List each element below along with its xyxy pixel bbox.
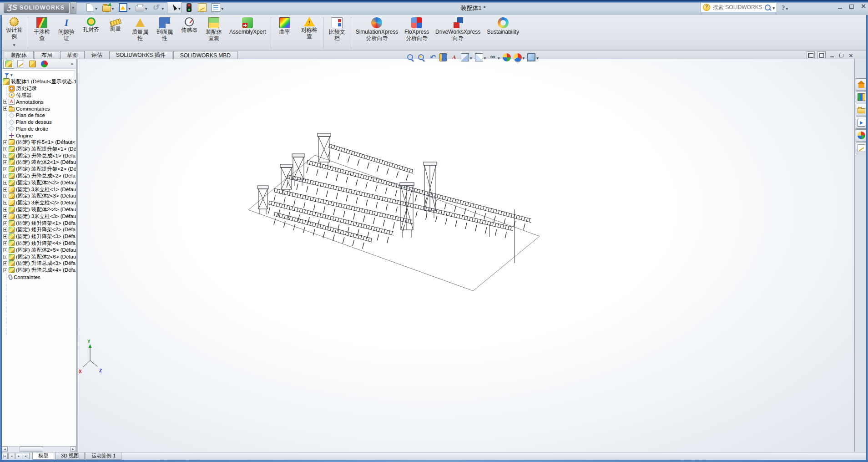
- tree-item[interactable]: Origine: [2, 132, 76, 139]
- new-document-button[interactable]: [84, 2, 99, 13]
- tower[interactable]: [400, 183, 414, 238]
- tab-assembly[interactable]: 装配体: [4, 51, 34, 59]
- expand-icon[interactable]: [3, 248, 7, 252]
- propertymanager-tab[interactable]: [15, 60, 26, 69]
- graphics-viewport[interactable]: Y X Z: [78, 59, 854, 452]
- apply-scene-button[interactable]: [514, 53, 525, 61]
- zoom-to-fit-button[interactable]: [406, 53, 414, 61]
- dropdown-caret-icon[interactable]: [178, 4, 181, 12]
- tab-layout[interactable]: 布局: [35, 51, 59, 59]
- custom-properties-tab[interactable]: [856, 142, 867, 154]
- section-view-button[interactable]: [439, 53, 447, 61]
- tree-item[interactable]: (固定) 装配体2<3> (Défau: [2, 193, 76, 200]
- design-library-tab[interactable]: [856, 91, 867, 103]
- tree-item[interactable]: (固定) 矮升降架<2> (Défa: [2, 227, 76, 234]
- dropdown-caret-icon[interactable]: [498, 53, 500, 61]
- truss-row[interactable]: [274, 188, 413, 230]
- motion-study-tab[interactable]: 运动算例 1: [86, 452, 121, 460]
- tower[interactable]: [424, 162, 437, 218]
- next-tab-icon[interactable]: [15, 453, 22, 459]
- annotation-view-button[interactable]: [450, 53, 458, 61]
- tower[interactable]: [318, 133, 331, 168]
- previous-view-button[interactable]: [428, 53, 436, 61]
- previous-tab-icon[interactable]: [8, 453, 15, 459]
- tab-solidworks-mbd[interactable]: SOLIDWORKS MBD: [173, 51, 237, 59]
- tree-item[interactable]: (固定) 装配体2<2> (Défau: [2, 179, 76, 186]
- scroll-left-icon[interactable]: [2, 447, 8, 452]
- tree-item[interactable]: Commentaires: [2, 105, 76, 112]
- options-button[interactable]: [210, 2, 225, 13]
- view-palette-tab[interactable]: [856, 117, 867, 129]
- tree-item[interactable]: (固定) 零件5<1> (Défaut<: [2, 139, 76, 146]
- interference-check-button[interactable]: 干涉检 查: [30, 15, 54, 51]
- measure-button[interactable]: 测量: [103, 15, 128, 51]
- expand-icon[interactable]: [3, 154, 7, 158]
- tree-horizontal-scrollbar[interactable]: [2, 446, 76, 452]
- truss-row[interactable]: [307, 160, 531, 228]
- displaymanager-tab[interactable]: [39, 60, 50, 69]
- tower[interactable]: [257, 186, 268, 214]
- expand-icon[interactable]: [3, 268, 7, 272]
- dropdown-caret-icon[interactable]: [161, 4, 164, 12]
- design-study-button[interactable]: 设计算 例: [2, 15, 26, 51]
- tree-item[interactable]: (固定) 装配提升架<1> (Dé: [2, 146, 76, 152]
- dropdown-caret-icon[interactable]: [221, 4, 223, 12]
- truss-row[interactable]: [274, 212, 372, 248]
- feature-tree-root[interactable]: 装配体1 (Défaut<显示状态-1: [2, 78, 76, 85]
- sustainability-button[interactable]: Sustainability: [484, 15, 522, 51]
- expand-icon[interactable]: [3, 147, 7, 151]
- expand-icon[interactable]: [3, 174, 7, 178]
- expand-icon[interactable]: [3, 228, 7, 232]
- tree-item[interactable]: (固定) 升降总成<1> (Défa: [2, 152, 76, 159]
- mass-properties-button[interactable]: 质量属 性: [128, 15, 152, 51]
- expand-icon[interactable]: [3, 208, 7, 212]
- convert-warning-button[interactable]: [117, 2, 132, 13]
- clearance-verification-button[interactable]: 间隙验 证: [54, 15, 79, 51]
- dropdown-caret-icon[interactable]: [13, 40, 15, 48]
- featuremanager-tab[interactable]: [3, 60, 14, 69]
- expand-icon[interactable]: [3, 160, 7, 164]
- doc-close-button[interactable]: [848, 52, 854, 59]
- doc-minimize-button[interactable]: [828, 52, 835, 59]
- dropdown-caret-icon[interactable]: [145, 4, 147, 12]
- tab-evaluate[interactable]: 评估: [86, 51, 108, 59]
- tree-item[interactable]: (固定) 升降总成<3> (Défa: [2, 260, 76, 267]
- panel-overflow-chevron-icon[interactable]: [71, 61, 74, 66]
- tree-item[interactable]: (固定) 升降总成<4> (Défa: [2, 267, 76, 274]
- tree-item[interactable]: (固定) 升降总成<2> (Défa: [2, 173, 76, 179]
- view-orientation-button[interactable]: [461, 53, 472, 61]
- floxpress-button[interactable]: FloXpress 分析向导: [401, 15, 432, 51]
- full-screen-icon[interactable]: [818, 51, 826, 59]
- expand-icon[interactable]: [3, 214, 7, 218]
- comment-button[interactable]: [196, 2, 208, 13]
- dropdown-caret-icon[interactable]: [536, 53, 539, 61]
- appearances-scenes-tab[interactable]: [856, 129, 867, 142]
- doc-restore-button[interactable]: [838, 52, 845, 59]
- hole-alignment-button[interactable]: 孔对齐: [79, 15, 103, 51]
- select-button[interactable]: [167, 2, 182, 13]
- expand-icon[interactable]: [3, 181, 7, 185]
- last-tab-icon[interactable]: [23, 453, 30, 459]
- dropdown-caret-icon[interactable]: [95, 4, 97, 12]
- restore-button[interactable]: [848, 3, 855, 10]
- curvature-button[interactable]: 曲率: [273, 15, 297, 51]
- view-settings-button[interactable]: [527, 53, 539, 61]
- menu-expand-arrow-icon[interactable]: [70, 2, 76, 14]
- assemblyxpert-button[interactable]: AssemblyXpert: [226, 15, 269, 51]
- section-properties-button[interactable]: 剖面属 性: [152, 15, 177, 51]
- edit-appearance-button[interactable]: [503, 53, 511, 61]
- configurationmanager-tab[interactable]: [27, 60, 38, 69]
- tree-item[interactable]: (固定) 矮升降架<3> (Défa: [2, 233, 76, 240]
- tree-item[interactable]: Annotations: [2, 98, 76, 105]
- sensor-button[interactable]: 传感器: [177, 15, 202, 51]
- expand-icon[interactable]: [3, 194, 7, 198]
- undo-button[interactable]: [150, 2, 166, 13]
- expand-icon[interactable]: [3, 107, 7, 111]
- search-icon[interactable]: [765, 5, 771, 10]
- expand-icon[interactable]: [3, 221, 7, 225]
- tree-item[interactable]: Plan de face: [2, 112, 76, 119]
- symmetry-check-button[interactable]: 对称检 查: [297, 15, 322, 51]
- tree-item[interactable]: (固定) 装配体2<4> (Défau: [2, 206, 76, 213]
- expand-icon[interactable]: [3, 100, 7, 104]
- scrollbar-thumb[interactable]: [20, 447, 43, 452]
